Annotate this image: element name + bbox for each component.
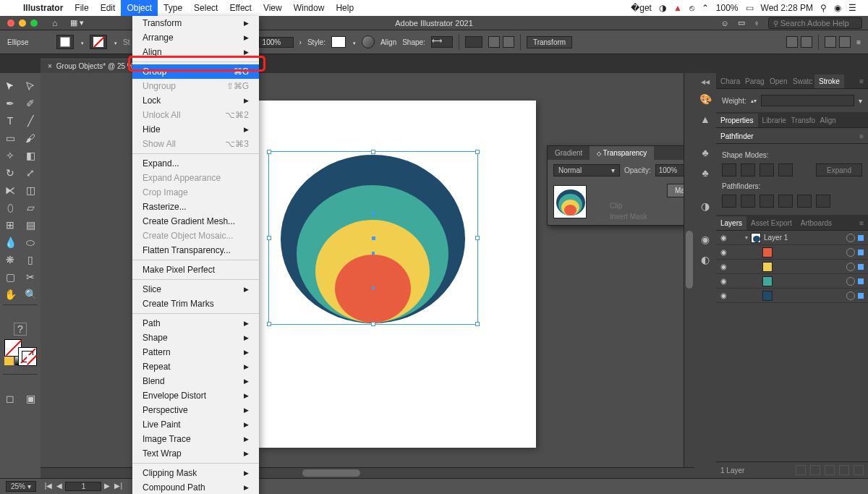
- align-label[interactable]: Align: [380, 38, 396, 46]
- eraser-tool[interactable]: ◧: [20, 147, 41, 164]
- shape-builder-tool[interactable]: ⬯: [0, 199, 20, 216]
- menu-item-image-trace[interactable]: Image Trace▶: [132, 432, 259, 446]
- direct-selection-tool[interactable]: [20, 77, 41, 95]
- selection-indicator[interactable]: [858, 293, 864, 299]
- document-tab[interactable]: × Group Objects* @ 25 %: [41, 59, 141, 73]
- rectangle-tool[interactable]: ▭: [0, 129, 20, 147]
- close-tab-icon[interactable]: ×: [48, 62, 52, 70]
- menu-item-pattern[interactable]: Pattern▶: [132, 345, 259, 359]
- gradient-tool[interactable]: ▤: [20, 216, 41, 234]
- artboards-tab[interactable]: Artboards: [796, 216, 836, 230]
- menu-item-expand-[interactable]: Expand...: [132, 156, 259, 171]
- type-tool[interactable]: T: [0, 112, 20, 129]
- window-close-icon[interactable]: [7, 20, 14, 27]
- menu-view[interactable]: View: [258, 0, 288, 16]
- unite-icon[interactable]: [722, 163, 736, 176]
- app-menu[interactable]: Illustrator: [17, 3, 69, 13]
- menu-item-make-pixel-perfect[interactable]: Make Pixel Perfect: [132, 263, 259, 277]
- anchor-point[interactable]: [372, 252, 375, 255]
- resize-handle[interactable]: [267, 322, 271, 326]
- swatches-panel-icon[interactable]: ◑: [699, 200, 712, 213]
- visibility-toggle-icon[interactable]: ◉: [716, 234, 731, 242]
- visibility-toggle-icon[interactable]: ◉: [716, 263, 731, 271]
- fill-dropdown[interactable]: [80, 38, 84, 46]
- zoom-level-input[interactable]: 25% ▾: [6, 481, 36, 492]
- eyedropper-tool[interactable]: 💧: [0, 234, 20, 251]
- layer-row-parent[interactable]: ◉ ▾ Layer 1: [716, 231, 868, 245]
- isolate-icon-2[interactable]: [801, 36, 812, 48]
- weight-stepper[interactable]: ▴▾: [751, 98, 757, 104]
- style-dd[interactable]: [352, 38, 356, 46]
- menu-item-rasterize-[interactable]: Rasterize...: [132, 200, 259, 214]
- stroke-tab[interactable]: Stroke: [814, 74, 844, 88]
- learn-icon[interactable]: ♀: [754, 19, 760, 27]
- intersect-icon[interactable]: [760, 163, 774, 176]
- zoom-tool[interactable]: 🔍: [20, 286, 41, 303]
- object-menu-dropdown[interactable]: Transform▶Arrange▶Align▶Group⌘GUngroup⇧⌘…: [132, 16, 259, 494]
- disclosure-icon[interactable]: ▾: [742, 234, 751, 241]
- perspective-tool[interactable]: ▱: [20, 199, 41, 216]
- layer-row-ellipse[interactable]: ◉: [716, 260, 868, 274]
- color-panel-icon[interactable]: 🎨: [699, 93, 712, 106]
- align-tab[interactable]: Align: [816, 114, 841, 127]
- opentype-tab[interactable]: Open: [765, 74, 788, 88]
- rotate-tool[interactable]: ↻: [0, 164, 20, 182]
- properties-tab[interactable]: Properties: [716, 114, 758, 127]
- curvature-tool[interactable]: ✐: [20, 95, 41, 112]
- artboard-tool[interactable]: ▢: [0, 268, 20, 286]
- menu-select[interactable]: Select: [188, 0, 224, 16]
- menu-item-envelope-distort[interactable]: Envelope Distort▶: [132, 388, 259, 403]
- menu-item-arrange[interactable]: Arrange▶: [132, 30, 259, 45]
- new-layer-icon[interactable]: [839, 465, 849, 475]
- menu-edit[interactable]: Edit: [95, 0, 122, 16]
- edit-toolbar-button[interactable]: ?: [0, 320, 41, 338]
- menu-item-repeat[interactable]: Repeat▶: [132, 359, 259, 374]
- opacity-input[interactable]: 100%: [259, 37, 294, 48]
- resize-handle[interactable]: [475, 150, 480, 154]
- menu-item-blend[interactable]: Blend▶: [132, 374, 259, 388]
- window-zoom-icon[interactable]: [30, 20, 38, 27]
- menu-item-shape[interactable]: Shape▶: [132, 331, 259, 345]
- graphic-style-swatch[interactable]: [331, 36, 346, 48]
- resize-handle[interactable]: [475, 322, 480, 326]
- hand-tool[interactable]: ✋: [0, 286, 20, 303]
- none-mode-icon[interactable]: [27, 355, 36, 365]
- control-center-icon[interactable]: ☰: [847, 3, 858, 13]
- artboard-nav[interactable]: |◀ ◀ 1 ▶ ▶|: [43, 482, 124, 491]
- menu-item-group[interactable]: Group⌘G: [132, 64, 259, 79]
- char-tab[interactable]: Chara: [716, 74, 741, 88]
- selection-indicator[interactable]: [858, 278, 864, 284]
- menu-item-text-wrap[interactable]: Text Wrap▶: [132, 446, 259, 461]
- cc-sync-icon[interactable]: ◑: [658, 3, 668, 13]
- layer-row-ellipse[interactable]: ◉: [716, 289, 868, 303]
- color-guide-panel-icon[interactable]: ▲: [699, 113, 712, 126]
- visibility-toggle-icon[interactable]: ◉: [716, 291, 731, 299]
- pathfinder-tab[interactable]: Pathfinder: [716, 129, 758, 143]
- appearance-panel-icon[interactable]: ◉: [699, 233, 712, 246]
- scrollbar-thumb[interactable]: [686, 231, 693, 289]
- clock[interactable]: Wed 2:28 PM: [760, 3, 814, 13]
- visibility-toggle-icon[interactable]: ◉: [716, 277, 731, 285]
- trim-icon[interactable]: [741, 195, 755, 208]
- transform-tab[interactable]: Transfo: [787, 114, 816, 127]
- symbols-panel-icon[interactable]: ♣: [699, 146, 712, 159]
- corner-radius-input[interactable]: [465, 36, 482, 48]
- target-icon[interactable]: [846, 277, 855, 286]
- minus-front-icon[interactable]: [741, 163, 755, 176]
- pen-tool[interactable]: ✒: [0, 95, 20, 112]
- dock-collapse-icon[interactable]: ◀◀: [701, 79, 710, 85]
- resize-handle[interactable]: [267, 236, 271, 240]
- menu-effect[interactable]: Effect: [224, 0, 257, 16]
- resize-handle[interactable]: [475, 236, 480, 240]
- line-tool[interactable]: ╱: [20, 112, 41, 129]
- new-sublayer-icon[interactable]: [825, 465, 835, 475]
- target-icon[interactable]: [846, 234, 855, 242]
- free-transform-tool[interactable]: ◫: [20, 182, 41, 199]
- menu-object[interactable]: Object: [121, 0, 158, 16]
- target-icon[interactable]: [846, 263, 855, 271]
- divide-icon[interactable]: [722, 195, 736, 208]
- scale-tool[interactable]: ⤢: [20, 164, 41, 182]
- transparency-tab[interactable]: ◇ Transparency: [590, 146, 654, 160]
- fill-swatch[interactable]: [56, 35, 74, 49]
- crop-icon[interactable]: [778, 195, 793, 208]
